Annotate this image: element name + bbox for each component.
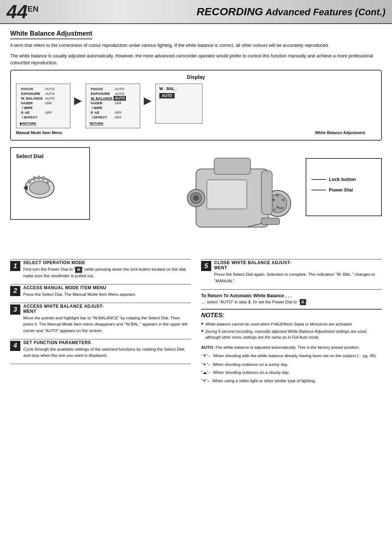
steps-area: 1 SELECT OPERATION MODE First turn the P… <box>10 259 382 386</box>
steps-right: 5 CLOSE WHITE BALANCE ADJUST-MENT Press … <box>201 259 382 386</box>
svg-text:LAY: LAY <box>279 207 284 209</box>
section-title: White Balance Adjustment <box>10 30 92 39</box>
step-4-heading: SET FUNCTION PARAMETERS <box>23 340 191 345</box>
intro-paragraph-1: A term that refers to the correctness of… <box>10 42 382 49</box>
svg-rect-5 <box>42 177 45 180</box>
note-1-text: White balance cannot be used when P.AE/E… <box>205 321 353 327</box>
select-dial-box: Select Dial <box>10 147 90 220</box>
page-header: 44EN RECORDING Advanced Features (Cont.) <box>0 0 392 24</box>
step-1-heading: SELECT OPERATION MODE <box>23 260 191 265</box>
svg-rect-23 <box>261 171 272 214</box>
svg-rect-9 <box>214 158 250 174</box>
auto-line: AUTO–The white balance is adjusted autom… <box>201 344 382 351</box>
desc-item-3: "☁"– When shooting outdoors on a cloudy … <box>201 369 382 376</box>
svg-rect-24 <box>261 218 279 225</box>
display-diagram-title: Display <box>16 74 376 80</box>
arrow-1: ▶ <box>74 94 82 106</box>
to-return-text: .... select "AUTO" in step 3. Or set the… <box>201 299 382 305</box>
svg-rect-3 <box>33 177 36 180</box>
to-return-heading: To Return To Automatic White Balance . .… <box>201 293 382 298</box>
main-content: White Balance Adjustment A term that ref… <box>0 24 392 396</box>
note-2: ● During 5-second recording, manually ad… <box>201 328 382 340</box>
display-screen-2: FOCUSAUTO EXPOSUREAUTO W. BALANCEAUTO FA… <box>86 84 140 128</box>
step-2: 2 ACCESS MANUAL MODE ITEM MENU Press the… <box>10 285 191 298</box>
display-screen-1: FOCUSAUTO EXPOSUREAUTO W. BALANCEAUTO FA… <box>16 84 70 128</box>
step-1-text: First turn the Power Dial to "M" while p… <box>23 266 191 279</box>
screen1-caption: Manual Mode Item Menu <box>16 130 62 135</box>
step-5: 5 CLOSE WHITE BALANCE ADJUST-MENT Press … <box>201 260 382 284</box>
lock-power-box: Lock button Power Dial <box>306 158 382 216</box>
step-num-2: 2 <box>10 286 20 296</box>
step-2-heading: ACCESS MANUAL MODE ITEM MENU <box>23 285 136 290</box>
svg-text:P: P <box>274 208 276 211</box>
step-num-1: 1 <box>10 261 20 271</box>
display-diagram-box: Display FOCUSAUTO EXPOSUREAUTO W. BALANC… <box>10 70 382 141</box>
power-dial-item: Power Dial <box>311 187 353 193</box>
to-return-section: To Return To Automatic White Balance . .… <box>201 293 382 305</box>
intro-paragraph-2: The white balance is usually adjusted au… <box>10 53 382 66</box>
step-3: 3 ACCESS WHITE BALANCE ADJUST-MENT Move … <box>10 304 191 334</box>
bottom-desc: AUTO–The white balance is adjusted autom… <box>201 344 382 384</box>
note-1: ● White balance cannot be used when P.AE… <box>201 321 382 327</box>
page-number: 44EN <box>7 2 38 21</box>
step-4: 4 SET FUNCTION PARAMETERS Cycle through … <box>10 340 191 359</box>
step-num-3: 3 <box>10 304 20 315</box>
desc-item-2: "☀"– When shooting outdoors on a sunny d… <box>201 361 382 368</box>
notes-heading: NOTES: <box>201 312 382 319</box>
display-screens-row: FOCUSAUTO EXPOSUREAUTO W. BALANCEAUTO FA… <box>16 84 376 128</box>
svg-text:G: G <box>276 193 278 197</box>
step-3-text: Move the pointer and highlight bar to "W… <box>23 315 191 334</box>
step-3-heading: ACCESS WHITE BALANCE ADJUST-MENT <box>23 304 191 314</box>
select-dial-icon <box>20 168 60 202</box>
lock-button-item: Lock button <box>311 177 356 182</box>
screen3-caption: White Balance Adjustment <box>315 130 365 135</box>
arrow-2: ▶ <box>144 94 152 106</box>
step-num-5: 5 <box>201 261 211 271</box>
step-num-4: 4 <box>10 341 20 351</box>
step-4-text: Cycle through the available settings of … <box>23 346 191 359</box>
svg-point-1 <box>29 181 50 194</box>
steps-left: 1 SELECT OPERATION MODE First turn the P… <box>10 259 191 386</box>
display-screen-3: W . BAL . AUTO <box>155 84 203 124</box>
display-labels: Manual Mode Item Menu White Balance Adju… <box>16 130 376 135</box>
desc-item-1: "☀"– When shooting with the white balanc… <box>201 352 382 360</box>
svg-text:S: S <box>282 198 284 202</box>
step-5-text: Press the Select Dial again. Selection i… <box>214 271 382 284</box>
step-5-heading: CLOSE WHITE BALANCE ADJUST-MENT <box>214 260 382 270</box>
page-title: RECORDING Advanced Features (Cont.) <box>197 5 385 18</box>
svg-point-12 <box>193 195 199 201</box>
step-2-text: Press the Select Dial. The Manual Mode I… <box>23 291 136 298</box>
camcorder-illustration: G S M A P LAY Lock button <box>90 147 382 253</box>
diagram-area: Select Dial <box>10 147 382 253</box>
desc-item-4: "✳"– When using a video light or other s… <box>201 378 382 384</box>
svg-rect-13 <box>207 180 247 209</box>
step-1: 1 SELECT OPERATION MODE First turn the P… <box>10 260 191 279</box>
svg-rect-4 <box>38 176 40 179</box>
note-2-text: During 5-second recording, manually adju… <box>205 328 382 340</box>
notes-block: NOTES: ● White balance cannot be used wh… <box>201 309 382 340</box>
select-dial-label: Select Dial <box>16 153 44 159</box>
